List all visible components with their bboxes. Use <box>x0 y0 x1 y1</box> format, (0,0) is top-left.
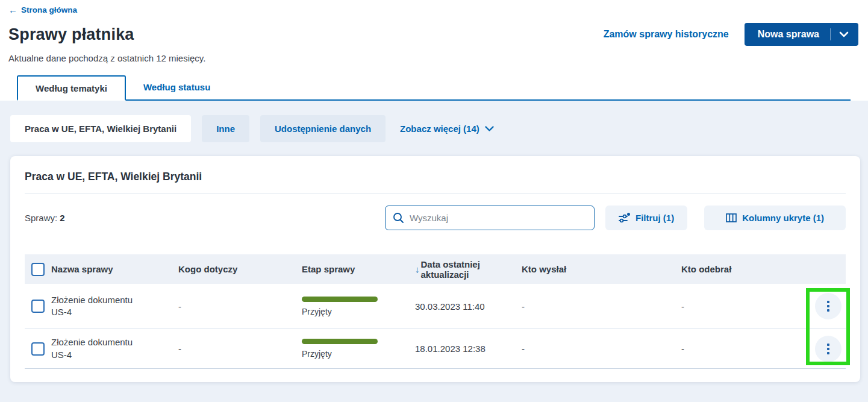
stage-label: Przyjęty <box>302 307 332 316</box>
kebab-dots-icon <box>827 352 829 354</box>
panel-title: Praca w UE, EFTA, Wielkiej Brytanii <box>25 171 846 193</box>
case-updated: 30.03.2023 11:40 <box>415 301 522 312</box>
kebab-dots-icon <box>827 305 829 307</box>
kebab-dots-icon <box>827 344 829 346</box>
stage-label: Przyjęty <box>302 349 332 359</box>
case-stage: Przyjęty <box>302 339 415 359</box>
kebab-dots-icon <box>827 348 829 350</box>
kebab-dots-icon <box>827 301 829 303</box>
cases-panel: Praca w UE, EFTA, Wielkiej Brytanii Spra… <box>10 156 860 382</box>
chevron-down-icon[interactable] <box>831 31 858 37</box>
case-name: Złożenie dokumentu US-4 <box>51 294 178 319</box>
case-sent-by: - <box>522 301 681 312</box>
cases-table: Nazwa sprawy Kogo dotyczy Etap sprawy ↓ … <box>25 254 846 369</box>
case-received-by: - <box>681 301 811 312</box>
column-header-received-by[interactable]: Kto odebrał <box>681 264 811 274</box>
tab-bar: Według tematyki Według statusu <box>17 74 851 101</box>
back-link-label: Strona główna <box>21 5 77 14</box>
row-checkbox[interactable] <box>31 300 45 313</box>
column-header-updated[interactable]: ↓ Data ostatniej aktualizacji <box>415 259 522 280</box>
new-case-button[interactable]: Nowa sprawa <box>745 23 858 46</box>
stage-progress-bar <box>302 297 378 302</box>
cases-count-value: 2 <box>60 213 64 223</box>
show-more-label: Zobacz więcej (14) <box>400 124 479 134</box>
chip-udostepnienie-danych[interactable]: Udostępnienie danych <box>260 115 386 142</box>
back-link[interactable]: ← Strona główna <box>8 5 77 14</box>
tab-wedlug-tematyki[interactable]: Według tematyki <box>17 75 126 101</box>
kebab-dots-icon <box>827 309 829 312</box>
columns-icon <box>726 213 737 222</box>
case-updated: 18.01.2023 12:38 <box>415 344 522 354</box>
chip-praca-w-ue[interactable]: Praca w UE, EFTA, Wielkiej Brytanii <box>10 115 191 142</box>
cases-count-label: Sprawy: <box>25 213 57 223</box>
topic-chips: Praca w UE, EFTA, Wielkiej Brytanii Inne… <box>10 115 860 142</box>
search-input[interactable] <box>410 213 587 223</box>
content-area: Praca w UE, EFTA, Wielkiej Brytanii Inne… <box>0 101 868 402</box>
table-row[interactable]: Złożenie dokumentu US-4 - Przyjęty 30.03… <box>25 284 846 328</box>
column-header-stage[interactable]: Etap sprawy <box>302 264 415 274</box>
case-received-by: - <box>681 344 811 354</box>
row-menu-button[interactable] <box>815 293 841 319</box>
hidden-columns-button-label: Kolumny ukryte (1) <box>742 213 824 223</box>
chip-inne[interactable]: Inne <box>202 115 249 142</box>
order-historic-cases-link[interactable]: Zamów sprawy historyczne <box>604 29 729 40</box>
select-all-checkbox[interactable] <box>31 263 45 276</box>
case-sent-by: - <box>522 344 681 354</box>
row-checkbox[interactable] <box>31 342 45 356</box>
filter-button-label: Filtruj (1) <box>635 213 674 223</box>
column-header-concerns[interactable]: Kogo dotyczy <box>178 264 302 274</box>
sort-descending-icon: ↓ <box>415 264 420 274</box>
column-header-updated-label: Data ostatniej aktualizacji <box>421 259 516 280</box>
page-subtitle: Aktualne dane pochodzą z ostatnich 12 mi… <box>8 53 858 63</box>
new-case-button-label: Nowa sprawa <box>745 29 830 40</box>
hidden-columns-button[interactable]: Kolumny ukryte (1) <box>704 206 846 230</box>
chevron-down-icon <box>485 126 494 131</box>
row-menu-button[interactable] <box>815 336 841 362</box>
search-box[interactable] <box>385 206 595 230</box>
back-arrow-icon: ← <box>8 5 17 14</box>
table-header-row: Nazwa sprawy Kogo dotyczy Etap sprawy ↓ … <box>25 254 846 284</box>
show-more-link[interactable]: Zobacz więcej (14) <box>400 124 494 134</box>
table-row[interactable]: Złożenie dokumentu US-4 - Przyjęty 18.01… <box>25 328 846 369</box>
case-concerns: - <box>178 301 302 312</box>
case-stage: Przyjęty <box>302 297 415 316</box>
page-title: Sprawy płatnika <box>8 25 134 44</box>
case-name: Złożenie dokumentu US-4 <box>51 336 178 361</box>
column-header-sent-by[interactable]: Kto wysłał <box>522 264 681 274</box>
filter-sliders-icon <box>619 213 630 224</box>
case-concerns: - <box>178 344 302 354</box>
column-header-name[interactable]: Nazwa sprawy <box>51 264 178 274</box>
page-header: ← Strona główna Sprawy płatnika Zamów sp… <box>0 0 868 101</box>
table-toolbar: Sprawy: 2 Filtruj (1) <box>25 206 846 230</box>
cases-count: Sprawy: 2 <box>25 213 65 223</box>
search-icon <box>393 212 404 224</box>
stage-progress-bar <box>302 339 378 344</box>
filter-button[interactable]: Filtruj (1) <box>605 206 687 230</box>
tab-wedlug-statusu[interactable]: Według statusu <box>126 74 228 99</box>
